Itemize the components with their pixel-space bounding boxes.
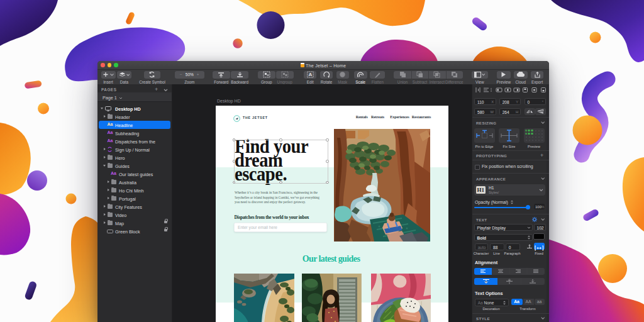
svg-text:A: A [308,72,312,78]
